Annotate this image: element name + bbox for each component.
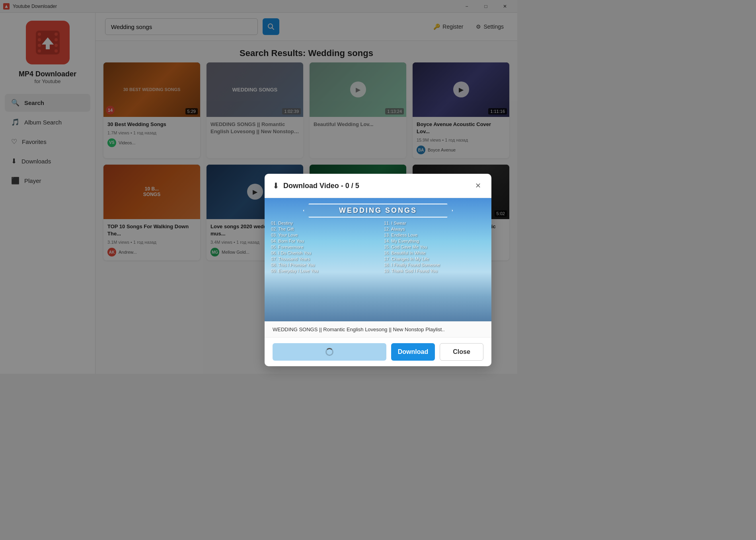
- modal-close-action-button[interactable]: Close: [440, 343, 483, 361]
- song-12: 12. Always: [384, 227, 485, 231]
- modal-close-button[interactable]: ✕: [472, 180, 483, 191]
- song-7: 07. Thousand Years: [271, 256, 372, 261]
- song-8: 08. This I Promise You: [271, 262, 372, 267]
- modal-title: Download Video - 0 / 5: [283, 182, 472, 190]
- song-list-container: 01. Destiny 02. The Gift 03. Your Love 0…: [271, 221, 485, 274]
- song-6: 06. I Do Cherish You: [271, 251, 372, 255]
- modal-caption: WEDDING SONGS || Romantic English Loveso…: [265, 321, 491, 337]
- song-17: 17. Changes In My Life: [384, 256, 485, 261]
- modal-wedding-title: WEDDING SONGS: [339, 206, 417, 214]
- modal-video-preview: WEDDING SONGS 01. Destiny 02. The Gift 0…: [265, 198, 491, 321]
- modal-wedding-title-shape: WEDDING SONGS: [303, 204, 453, 218]
- song-1: 01. Destiny: [271, 221, 372, 225]
- modal-footer: Download Close: [265, 337, 491, 366]
- download-modal: ⬇ Download Video - 0 / 5 ✕ WEDDING SONGS…: [265, 174, 491, 366]
- song-16: 16. Beautiful In White: [384, 251, 485, 255]
- song-18: 18. I Finally Found Someone: [384, 262, 485, 267]
- modal-header: ⬇ Download Video - 0 / 5 ✕: [265, 174, 491, 198]
- song-15: 15. God Gave Me You: [384, 245, 485, 249]
- modal-overlay[interactable]: ⬇ Download Video - 0 / 5 ✕ WEDDING SONGS…: [0, 0, 517, 374]
- song-3: 03. Your Love: [271, 233, 372, 237]
- song-9: 09. Everyday I Love You: [271, 268, 372, 273]
- song-list-right: 11. I Swear 12. Always 13. Endless Love …: [384, 221, 485, 274]
- song-2: 02. The Gift: [271, 227, 372, 231]
- song-13: 13. Endless Love: [384, 233, 485, 237]
- download-progress-button[interactable]: [273, 343, 386, 361]
- song-list-left: 01. Destiny 02. The Gift 03. Your Love 0…: [271, 221, 372, 274]
- loading-spinner: [325, 348, 333, 356]
- download-action-button[interactable]: Download: [391, 343, 435, 361]
- song-19: 19. Thank God I Found You: [384, 268, 485, 273]
- song-14: 14. My Everything: [384, 239, 485, 243]
- song-4: 04. Born For You: [271, 239, 372, 243]
- song-11: 11. I Swear: [384, 221, 485, 225]
- song-5: 05. Forevermore: [271, 245, 372, 249]
- download-icon: ⬇: [273, 181, 279, 190]
